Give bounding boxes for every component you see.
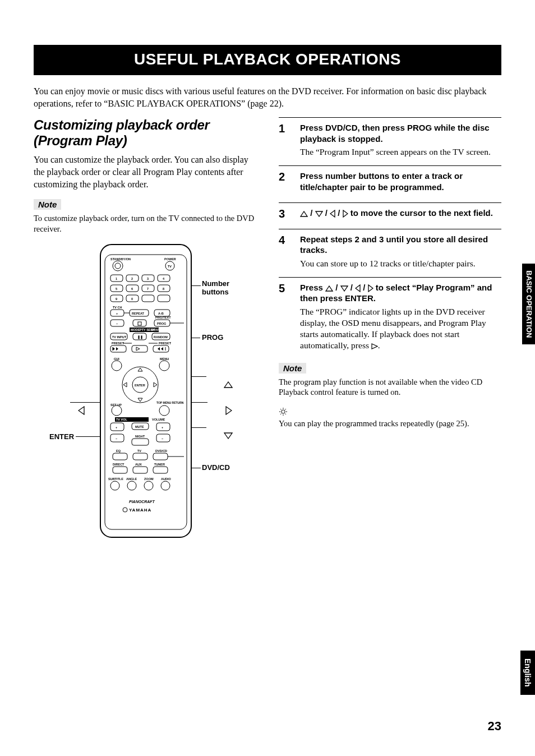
tip-block bbox=[279, 405, 501, 416]
svg-line-120 bbox=[280, 409, 282, 410]
down-triangle-icon bbox=[340, 285, 348, 292]
svg-point-110 bbox=[144, 481, 153, 490]
svg-rect-102 bbox=[133, 467, 147, 473]
svg-rect-103 bbox=[153, 467, 168, 473]
svg-text:STANDBY/ON: STANDBY/ON bbox=[110, 257, 131, 261]
up-triangle-icon bbox=[207, 372, 233, 398]
svg-text:AUDIO: AUDIO bbox=[161, 477, 171, 481]
left-triangle-icon bbox=[355, 284, 361, 292]
svg-rect-88 bbox=[132, 439, 149, 445]
svg-text:−: − bbox=[116, 437, 117, 440]
step-number: 3 bbox=[279, 208, 291, 221]
intro-text: You can enjoy movie or music discs with … bbox=[34, 85, 501, 109]
svg-text:START: START bbox=[151, 328, 162, 331]
note-text: To customize playback order, turn on the… bbox=[34, 213, 256, 234]
step-4: 4 Repeat steps 2 and 3 until you store a… bbox=[279, 229, 501, 277]
svg-text:8: 8 bbox=[163, 287, 164, 291]
svg-text:PROG: PROG bbox=[157, 322, 166, 325]
section-body: You can customize the playback order. Yo… bbox=[34, 154, 256, 190]
svg-text:ANGLE: ANGLE bbox=[126, 477, 137, 481]
step-3: 3 / / / to move the cursor to the next f… bbox=[279, 202, 501, 229]
page-banner: USEFUL PLAYBACK OPERATIONS bbox=[34, 45, 501, 75]
svg-text:EQ: EQ bbox=[116, 449, 121, 453]
svg-text:+: + bbox=[162, 426, 163, 429]
step-number: 2 bbox=[279, 170, 291, 195]
right-triangle-icon bbox=[343, 210, 348, 218]
svg-text:RANDOM: RANDOM bbox=[154, 335, 168, 339]
svg-point-111 bbox=[161, 481, 170, 490]
svg-line-123 bbox=[285, 409, 287, 410]
svg-text:TV: TV bbox=[168, 265, 172, 268]
svg-text:POWER: POWER bbox=[164, 257, 176, 261]
svg-point-66 bbox=[112, 361, 122, 371]
svg-text:TOP MENU
RETURN: TOP MENU RETURN bbox=[156, 401, 184, 404]
remote-diagram: Number buttons PROG ENTER bbox=[34, 242, 256, 556]
play-triangle-icon bbox=[371, 343, 378, 349]
svg-text:9: 9 bbox=[116, 297, 117, 301]
svg-text:REPEAT: REPEAT bbox=[132, 312, 145, 315]
svg-line-122 bbox=[280, 413, 282, 414]
down-triangle-icon bbox=[315, 211, 323, 217]
svg-text:+: + bbox=[116, 312, 118, 315]
right-column: 1 Press DVD/CD, then press PROG while th… bbox=[279, 117, 501, 556]
svg-text:MUTE: MUTE bbox=[135, 425, 144, 428]
step-heading: Press number buttons to enter a track or… bbox=[300, 170, 501, 192]
step-description: The “PROG” indicator lights up in the DV… bbox=[300, 306, 501, 352]
section-title: Customizing playback order (Program Play… bbox=[34, 117, 256, 148]
left-triangle-icon bbox=[330, 210, 335, 218]
up-triangle-icon bbox=[300, 211, 308, 217]
svg-text:PIANOCRAFT: PIANOCRAFT bbox=[129, 500, 155, 504]
step-number: 1 bbox=[279, 122, 291, 158]
svg-text:3: 3 bbox=[147, 277, 149, 280]
svg-text:GUI: GUI bbox=[114, 357, 119, 361]
svg-text:DVD/CD: DVD/CD bbox=[155, 449, 167, 453]
step-heading: Repeat steps 2 and 3 until you store all… bbox=[300, 234, 501, 256]
note-label: Note bbox=[279, 363, 306, 374]
right-triangle-icon bbox=[209, 398, 232, 423]
svg-text:PRESET: PRESET bbox=[159, 342, 172, 345]
svg-text:VOLUME: VOLUME bbox=[152, 418, 165, 421]
step-description: The “Program Input” screen appears on th… bbox=[300, 146, 501, 158]
svg-text:TV: TV bbox=[137, 449, 141, 453]
svg-point-115 bbox=[282, 409, 285, 413]
svg-text:AUX: AUX bbox=[135, 463, 142, 466]
right-triangle-icon bbox=[368, 284, 373, 292]
svg-text:NIGHT: NIGHT bbox=[135, 435, 145, 438]
note-text: The program play function is not availab… bbox=[279, 377, 501, 398]
svg-rect-28 bbox=[142, 295, 154, 302]
svg-text:TUNER: TUNER bbox=[154, 463, 165, 466]
side-tab-language: English bbox=[520, 651, 535, 695]
svg-text:A-B: A-B bbox=[158, 312, 164, 315]
svg-text:+: + bbox=[116, 426, 117, 429]
two-column-layout: Customizing playback order (Program Play… bbox=[34, 117, 501, 556]
tip-text: You can play the programmed tracks repea… bbox=[279, 418, 501, 429]
svg-point-108 bbox=[110, 481, 119, 490]
svg-text:1: 1 bbox=[116, 277, 117, 280]
svg-point-3 bbox=[113, 261, 123, 271]
svg-text:7: 7 bbox=[147, 287, 149, 291]
svg-text:−: − bbox=[162, 437, 163, 440]
svg-rect-95 bbox=[133, 453, 147, 460]
up-triangle-icon bbox=[325, 285, 333, 292]
callout-enter: ENTER bbox=[49, 433, 74, 441]
svg-point-73 bbox=[112, 405, 122, 416]
svg-text:MENU: MENU bbox=[160, 357, 169, 361]
step-heading: Press DVD/CD, then press PROG while the … bbox=[300, 122, 501, 144]
svg-text:2: 2 bbox=[131, 277, 133, 280]
svg-text:TV VOL: TV VOL bbox=[116, 418, 128, 421]
svg-text:6: 6 bbox=[131, 287, 133, 291]
step-number: 5 bbox=[279, 282, 291, 352]
svg-text:0: 0 bbox=[131, 297, 133, 301]
step-heading: / / / to move the cursor to the next fie… bbox=[300, 208, 501, 219]
svg-rect-101 bbox=[113, 467, 127, 473]
step-number: 4 bbox=[279, 234, 291, 269]
svg-point-75 bbox=[159, 405, 169, 416]
down-triangle-icon bbox=[207, 423, 233, 449]
svg-text:ZOOM: ZOOM bbox=[144, 477, 154, 481]
svg-text:TV INPUT: TV INPUT bbox=[112, 335, 127, 339]
svg-text:SUBTITLE: SUBTITLE bbox=[108, 477, 123, 481]
note-label: Note bbox=[34, 199, 61, 210]
svg-text:MODE: MODE bbox=[131, 328, 140, 331]
steps-list: 1 Press DVD/CD, then press PROG while th… bbox=[279, 117, 501, 359]
callout-dvd-cd: DVD/CD bbox=[202, 464, 230, 472]
